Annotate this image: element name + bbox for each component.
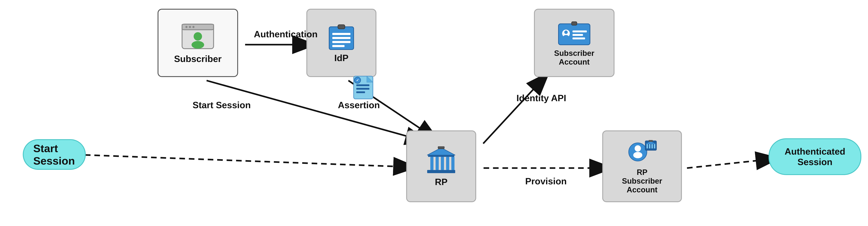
authenticated-session-label: AuthenticatedSession <box>785 146 845 167</box>
assertion-label: Assertion <box>338 100 380 110</box>
svg-point-12 <box>189 26 191 28</box>
svg-rect-43 <box>451 157 455 170</box>
svg-rect-19 <box>332 37 350 39</box>
subscriber-account-node: SubscriberAccount <box>534 9 615 77</box>
svg-rect-53 <box>651 144 653 149</box>
subscriber-icon <box>180 23 215 52</box>
svg-rect-32 <box>356 85 369 86</box>
svg-rect-52 <box>649 144 650 149</box>
svg-rect-54 <box>654 144 655 149</box>
svg-rect-17 <box>338 25 345 29</box>
svg-point-26 <box>563 35 569 38</box>
svg-rect-34 <box>356 91 365 93</box>
idp-icon <box>326 23 357 51</box>
idp-node: IdP <box>306 9 376 77</box>
svg-rect-38 <box>428 155 454 157</box>
authentication-label: Authentication <box>254 29 317 39</box>
svg-rect-41 <box>441 157 444 170</box>
svg-line-6 <box>85 155 415 167</box>
svg-point-14 <box>194 32 202 41</box>
svg-point-13 <box>192 26 194 28</box>
idp-label: IdP <box>334 53 348 63</box>
subscriber-account-icon <box>558 20 591 47</box>
authenticated-session-node: AuthenticatedSession <box>769 138 861 175</box>
svg-rect-18 <box>332 33 350 35</box>
svg-rect-40 <box>436 157 439 170</box>
svg-rect-55 <box>649 140 653 142</box>
svg-rect-44 <box>427 170 455 173</box>
svg-rect-39 <box>430 157 433 170</box>
svg-line-3 <box>207 80 427 142</box>
svg-line-8 <box>687 158 778 168</box>
svg-rect-33 <box>356 88 369 90</box>
subscriber-node: Subscriber <box>158 9 238 77</box>
svg-rect-45 <box>438 147 444 149</box>
rp-icon <box>426 147 457 175</box>
rp-subscriber-account-node: RPSubscriberAccount <box>602 130 682 202</box>
rp-node: RP <box>406 130 476 202</box>
start-session-label: Start Session <box>193 100 251 110</box>
assertion-icon: ✓ <box>350 73 378 101</box>
rp-subscriber-account-icon <box>626 139 658 166</box>
provision-label: Provision <box>525 176 567 187</box>
rp-label: RP <box>435 176 447 187</box>
svg-rect-29 <box>572 37 585 39</box>
svg-rect-23 <box>571 22 577 25</box>
diagram: Subscriber IdP <box>0 0 868 226</box>
svg-rect-51 <box>647 144 648 149</box>
start-node: Start Session <box>23 139 86 170</box>
svg-rect-21 <box>332 45 345 47</box>
identity-api-label: Identity API <box>517 93 566 103</box>
svg-line-5 <box>483 73 548 143</box>
svg-text:✓: ✓ <box>356 78 359 82</box>
svg-point-11 <box>185 26 187 28</box>
svg-point-25 <box>564 30 568 34</box>
subscriber-label: Subscriber <box>174 54 222 64</box>
svg-rect-28 <box>572 34 583 36</box>
svg-point-15 <box>191 41 204 49</box>
svg-rect-27 <box>572 30 587 32</box>
svg-point-48 <box>633 152 642 158</box>
start-label: Start Session <box>33 142 75 167</box>
svg-rect-20 <box>332 41 350 43</box>
svg-point-47 <box>634 145 641 152</box>
rp-subscriber-account-label: RPSubscriberAccount <box>622 168 662 194</box>
svg-rect-42 <box>446 157 449 170</box>
subscriber-account-label: SubscriberAccount <box>554 49 594 66</box>
assertion-icon-node: ✓ <box>350 73 378 102</box>
